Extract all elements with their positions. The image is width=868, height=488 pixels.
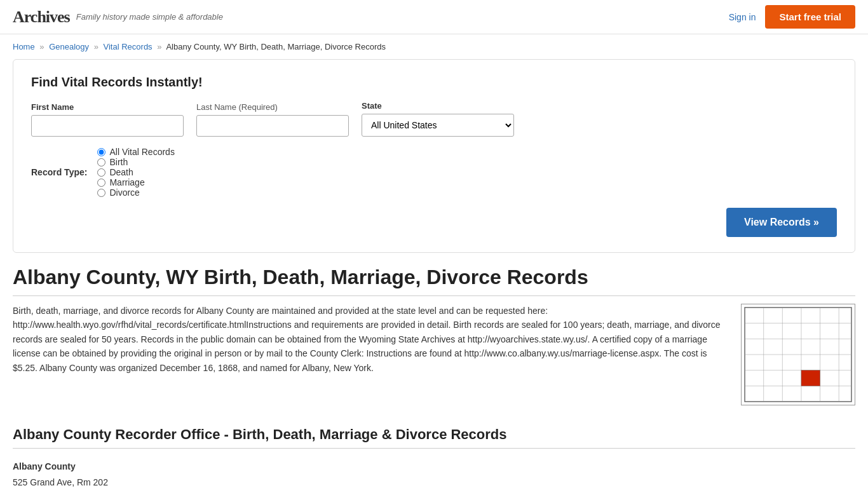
office-address-1: 525 Grand Ave, Rm 202 — [13, 475, 855, 488]
content-section: Birth, death, marriage, and divorce reco… — [13, 304, 855, 407]
breadcrumb-vital-records[interactable]: Vital Records — [104, 42, 153, 51]
first-name-label: First Name — [31, 102, 184, 112]
wyoming-map — [741, 304, 855, 405]
svg-rect-11 — [801, 370, 820, 386]
breadcrumb-home[interactable]: Home — [13, 42, 35, 51]
breadcrumb-sep-3: » — [157, 42, 161, 51]
radio-divorce[interactable] — [97, 189, 105, 197]
last-name-group: Last Name (Required) — [196, 102, 349, 137]
search-panel: Find Vital Records Instantly! First Name… — [13, 59, 855, 253]
breadcrumb-genealogy[interactable]: Genealogy — [49, 42, 89, 51]
breadcrumb-sep-1: » — [39, 42, 44, 51]
record-type-label-death: Death — [109, 167, 133, 177]
header-actions: Sign in Start free trial — [729, 5, 855, 29]
body-text: Birth, death, marriage, and divorce reco… — [13, 304, 722, 407]
office-name: Albany County — [13, 459, 855, 475]
radio-birth[interactable] — [97, 158, 105, 166]
state-select[interactable]: All United StatesAlabamaAlaskaArizonaArk… — [362, 114, 514, 137]
map-container — [741, 304, 855, 407]
search-fields-row: First Name Last Name (Required) State Al… — [31, 101, 837, 137]
recorder-section: Albany County Recorder Office - Birth, D… — [13, 426, 855, 488]
breadcrumb-current: Albany County, WY Birth, Death, Marriage… — [166, 42, 386, 51]
first-name-group: First Name — [31, 102, 184, 137]
header-logo-area: Archives Family history made simple & af… — [13, 8, 223, 27]
site-logo: Archives — [13, 8, 70, 27]
state-label: State — [362, 101, 514, 111]
record-type-label-marriage: Marriage — [109, 177, 144, 187]
record-type-marriage[interactable]: Marriage — [97, 177, 174, 187]
start-trial-button[interactable]: Start free trial — [765, 5, 855, 29]
search-heading: Find Vital Records Instantly! — [31, 75, 837, 90]
record-types-container: All Vital Records Birth Death Marriage D… — [97, 147, 174, 198]
last-name-label: Last Name (Required) — [196, 102, 349, 112]
last-name-input[interactable] — [196, 115, 349, 137]
breadcrumb-sep-2: » — [94, 42, 98, 51]
main-content: Albany County, WY Birth, Death, Marriage… — [0, 266, 868, 488]
view-records-button[interactable]: View Records » — [726, 208, 837, 237]
record-type-death[interactable]: Death — [97, 167, 174, 177]
record-type-all[interactable]: All Vital Records — [97, 147, 174, 157]
site-tagline: Family history made simple & affordable — [76, 12, 223, 22]
radio-death[interactable] — [97, 168, 105, 177]
record-type-row: Record Type: All Vital Records Birth Dea… — [31, 147, 837, 198]
record-type-label: Record Type: — [31, 167, 87, 177]
site-header: Archives Family history made simple & af… — [0, 0, 868, 34]
record-type-label-divorce: Divorce — [109, 187, 139, 198]
record-type-label-birth: Birth — [109, 157, 128, 167]
page-title: Albany County, WY Birth, Death, Marriage… — [13, 266, 855, 296]
radio-all[interactable] — [97, 148, 105, 156]
recorder-heading: Albany County Recorder Office - Birth, D… — [13, 426, 855, 449]
breadcrumb: Home » Genealogy » Vital Records » Alban… — [0, 34, 868, 59]
first-name-input[interactable] — [31, 115, 184, 137]
record-type-label-all: All Vital Records — [109, 147, 174, 157]
record-type-birth[interactable]: Birth — [97, 157, 174, 167]
record-type-divorce[interactable]: Divorce — [97, 187, 174, 198]
state-group: State All United StatesAlabamaAlaskaAriz… — [362, 101, 514, 137]
office-info: Albany County 525 Grand Ave, Rm 202 Lara… — [13, 459, 855, 488]
sign-in-link[interactable]: Sign in — [729, 12, 756, 22]
radio-marriage[interactable] — [97, 179, 105, 187]
